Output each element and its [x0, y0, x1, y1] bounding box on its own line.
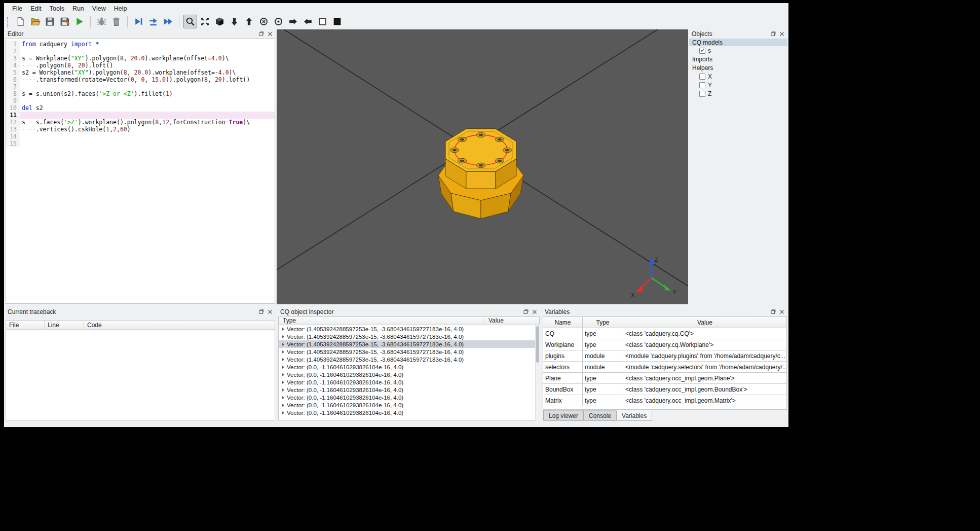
inspector-row[interactable]: Vector: (1.4053924288597253e-15, -3.6804… — [279, 333, 539, 340]
inspector-row[interactable]: Vector: (0.0, -1.1604610293826104e-16, 4… — [279, 394, 539, 401]
scrollbar-thumb[interactable] — [536, 326, 539, 363]
continue-button[interactable] — [161, 15, 175, 28]
tab-log-viewer[interactable]: Log viewer — [543, 410, 584, 421]
float-panel-button[interactable] — [522, 308, 530, 315]
open-file-button[interactable] — [28, 15, 42, 28]
expand-arrow-icon[interactable] — [282, 373, 284, 376]
expand-arrow-icon[interactable] — [282, 358, 284, 361]
back-view-button[interactable] — [272, 15, 285, 28]
expand-arrow-icon[interactable] — [282, 411, 284, 414]
zoom-fit-button[interactable] — [183, 15, 197, 28]
float-panel-button[interactable] — [770, 308, 777, 315]
close-panel-button[interactable] — [267, 30, 274, 38]
variable-row-boundbox[interactable]: BoundBoxtype<class 'cadquery.occ_impl.ge… — [543, 384, 786, 395]
menu-edit[interactable]: Edit — [26, 4, 46, 13]
code-line-14[interactable]: 14 — [6, 133, 275, 140]
code-line-12[interactable]: 12s = s.faces('>Z').workplane().polygon(… — [6, 119, 275, 126]
objects-item-y[interactable]: Y — [689, 81, 787, 89]
variable-row-selectors[interactable]: selectorsmodule<module 'cadquery.selecto… — [543, 362, 786, 373]
code-editor[interactable]: 1from cadquery import *23s = Workplane("… — [6, 39, 275, 304]
top-view-button[interactable] — [228, 15, 241, 28]
checkbox-z[interactable] — [699, 91, 705, 97]
step-button[interactable] — [132, 15, 145, 28]
inspector-row[interactable]: Vector: (0.0, -1.1604610293826104e-16, 4… — [279, 371, 539, 378]
close-panel-button[interactable] — [531, 308, 538, 315]
menu-tools[interactable]: Tools — [46, 4, 68, 13]
code-line-7[interactable]: 7 — [6, 83, 275, 90]
variables-header-type[interactable]: Type — [583, 317, 623, 328]
variable-row-matrix[interactable]: Matrixtype<class 'cadquery.occ_impl.geom… — [543, 395, 786, 406]
delete-button[interactable] — [109, 15, 123, 28]
variables-header-value[interactable]: Value — [623, 317, 786, 328]
traceback-header-line[interactable]: Line — [45, 321, 84, 329]
code-line-3[interactable]: 3s = Workplane("XY").polygon(8, 20.0).wo… — [6, 55, 275, 62]
inspector-row[interactable]: Vector: (1.4053924288597253e-15, -3.6804… — [279, 325, 539, 333]
checkbox-s[interactable] — [699, 48, 705, 54]
inspector-row[interactable]: Vector: (1.4053924288597253e-15, -3.6804… — [279, 340, 539, 348]
objects-item-x[interactable]: X — [689, 72, 787, 81]
front-view-button[interactable] — [257, 15, 271, 28]
code-line-10[interactable]: 10del s2 — [6, 104, 275, 112]
variable-row-plane[interactable]: Planetype<class 'cadquery.occ_impl.geom.… — [543, 373, 786, 384]
inspector-row[interactable]: Vector: (0.0, -1.1604610293826104e-16, 4… — [279, 401, 539, 409]
expand-arrow-icon[interactable] — [282, 381, 284, 384]
variable-row-workplane[interactable]: Workplanetype<class 'cadquery.cq.Workpla… — [543, 339, 786, 350]
expand-arrow-icon[interactable] — [282, 388, 284, 392]
viewport-3d[interactable]: X Y Z — [277, 29, 688, 304]
inspector-row[interactable]: Vector: (1.4053924288597253e-15, -3.6804… — [279, 348, 539, 356]
tab-console[interactable]: Console — [583, 410, 617, 421]
expand-arrow-icon[interactable] — [282, 396, 284, 399]
code-line-15[interactable]: 15 — [6, 140, 275, 147]
checkbox-y[interactable] — [699, 82, 705, 88]
close-panel-button[interactable] — [778, 308, 785, 315]
objects-item-imports[interactable]: Imports — [689, 55, 787, 63]
save-button[interactable] — [43, 15, 57, 28]
wireframe-button[interactable] — [316, 15, 329, 28]
traceback-header-file[interactable]: File — [6, 321, 45, 329]
variables-header-name[interactable]: Name — [543, 317, 583, 328]
shaded-button[interactable] — [330, 15, 344, 28]
new-file-button[interactable] — [14, 15, 27, 28]
menu-view[interactable]: View — [88, 4, 110, 13]
left-view-button[interactable] — [286, 15, 300, 28]
objects-item-helpers[interactable]: Helpers — [689, 63, 787, 72]
menu-file[interactable]: File — [8, 4, 26, 13]
render-button[interactable] — [72, 15, 86, 28]
save-as-button[interactable] — [58, 15, 71, 28]
inspector-row[interactable]: Vector: (0.0, -1.1604610293826104e-16, 4… — [279, 378, 539, 386]
menu-run[interactable]: Run — [68, 4, 88, 13]
toolbar-grip[interactable] — [7, 17, 10, 27]
close-panel-button[interactable] — [778, 30, 785, 38]
code-line-4[interactable]: 4····.polygon(8, 20).loft() — [6, 62, 275, 69]
float-panel-button[interactable] — [770, 30, 777, 38]
scrollbar[interactable] — [535, 325, 540, 420]
inspector-header-value[interactable]: Value — [484, 317, 539, 325]
inspector-row[interactable]: Vector: (1.4053924288597253e-15, -3.6804… — [279, 356, 539, 363]
close-panel-button[interactable] — [267, 308, 274, 315]
float-panel-button[interactable] — [258, 308, 265, 315]
inspector-row[interactable]: Vector: (0.0, -1.1604610293826104e-16, 4… — [279, 386, 539, 394]
code-line-2[interactable]: 2 — [6, 48, 275, 55]
menu-help[interactable]: Help — [110, 4, 131, 13]
right-view-button[interactable] — [301, 15, 315, 28]
checkbox-x[interactable] — [699, 74, 705, 80]
expand-arrow-icon[interactable] — [282, 343, 284, 346]
tab-variables[interactable]: Variables — [616, 410, 652, 421]
code-line-1[interactable]: 1from cadquery import * — [6, 41, 275, 48]
inspector-row[interactable]: Vector: (0.0, -1.1604610293826104e-16, 4… — [279, 409, 539, 416]
cad-model[interactable] — [438, 129, 523, 219]
expand-arrow-icon[interactable] — [282, 350, 284, 353]
variable-row-plugins[interactable]: pluginsmodule<module 'cadquery.plugins' … — [543, 350, 786, 362]
code-line-6[interactable]: 6····.transformed(rotate=Vector(0, 0, 15… — [6, 76, 275, 83]
expand-arrow-icon[interactable] — [282, 404, 284, 407]
code-line-9[interactable]: 9 — [6, 97, 275, 104]
inspector-row[interactable]: Vector: (0.0, -1.1604610293826104e-16, 4… — [279, 363, 539, 371]
code-line-8[interactable]: 8s = s.union(s2).faces('>Z or <Z').fille… — [6, 90, 275, 97]
debug-button[interactable] — [95, 15, 108, 28]
bottom-view-button[interactable] — [242, 15, 256, 28]
code-line-13[interactable]: 13····.vertices().cskHole(1,2,60) — [6, 126, 275, 133]
objects-item-z[interactable]: Z — [689, 89, 787, 98]
step-into-button[interactable] — [146, 15, 160, 28]
float-panel-button[interactable] — [258, 30, 265, 38]
code-line-11[interactable]: 11 — [6, 112, 275, 119]
